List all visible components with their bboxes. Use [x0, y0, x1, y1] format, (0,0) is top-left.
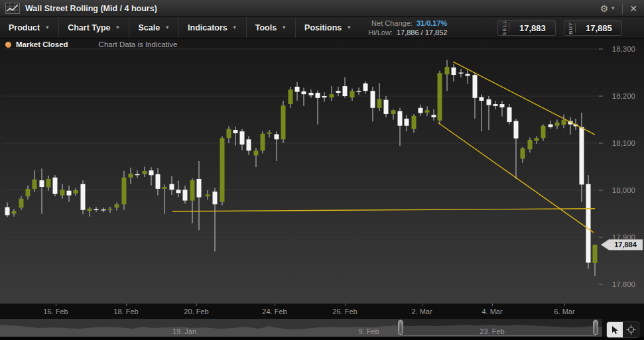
candle [391, 110, 396, 114]
candle [240, 131, 245, 144]
navigator-handle-left[interactable] [398, 320, 403, 335]
pointer-tool-group [606, 321, 639, 338]
sell-button[interactable]: SELL 17,883 [497, 20, 556, 36]
chevron-down-icon: ▼ [610, 5, 615, 11]
candle [122, 178, 127, 204]
candle [88, 209, 92, 211]
candle [295, 87, 300, 92]
candle [425, 110, 430, 113]
time-axis-label: 4. Mar [482, 308, 502, 315]
bottom-bar [0, 337, 644, 340]
time-axis-label: 18. Feb [113, 308, 138, 315]
candle [233, 130, 238, 133]
price-axis-label: 18,100 [612, 139, 635, 147]
candle [466, 74, 470, 76]
candle [350, 91, 355, 97]
candle [254, 150, 259, 155]
candle [363, 84, 368, 91]
candle [419, 108, 423, 113]
buy-button-label: BUY [568, 22, 574, 34]
candle [115, 204, 119, 207]
menu-product[interactable]: Product▼ [0, 17, 58, 38]
candle [32, 180, 37, 189]
candle [432, 115, 436, 117]
menu-label: Positions [304, 23, 342, 32]
time-axis-tick [56, 304, 56, 306]
menu-indicators[interactable]: Indicators▼ [178, 17, 246, 38]
navigator-mask-left [0, 319, 401, 337]
candle [330, 94, 334, 97]
trendline-upper-channel[interactable] [453, 62, 595, 135]
candle [81, 184, 86, 210]
menu-label: Product [9, 23, 40, 32]
candle [101, 209, 106, 210]
buy-button[interactable]: BUY 17,885 [564, 20, 622, 36]
chart-icon [5, 3, 20, 14]
menu-scale[interactable]: Scale▼ [129, 17, 178, 38]
candle [213, 192, 218, 204]
candle [12, 211, 17, 213]
candle [302, 91, 306, 94]
net-change-percent: 0.17% [426, 19, 447, 28]
crosshair-icon [626, 325, 636, 335]
candle [438, 73, 442, 121]
hilow-label: Hi/Low: [368, 28, 393, 37]
cursor-arrow-icon [611, 325, 619, 335]
candle [19, 199, 24, 207]
crosshair-tool-button[interactable] [623, 322, 639, 337]
candle [343, 86, 348, 96]
navigator-handle-right[interactable] [593, 320, 598, 335]
candle [206, 194, 210, 196]
trendline-support-line[interactable] [172, 209, 595, 211]
candle [197, 179, 202, 198]
candle [593, 245, 598, 263]
candle [60, 190, 65, 196]
price-axis-label: 18,000 [612, 186, 635, 194]
range-navigator[interactable]: 19. Jan9. Feb23. Feb [0, 319, 602, 337]
close-icon: ✕ [629, 3, 637, 14]
menu-positions[interactable]: Positions▼ [295, 17, 360, 38]
settings-button[interactable]: ⚙ ▼ [594, 0, 622, 17]
menu-tools[interactable]: Tools▼ [246, 17, 295, 38]
candle [267, 133, 272, 134]
menu-chart-type[interactable]: Chart Type▼ [58, 17, 129, 38]
menu-label: Scale [138, 23, 160, 32]
time-axis-label: 24. Feb [262, 308, 287, 315]
chart-area[interactable]: Market Closed Chart Data is Indicative 1… [0, 38, 644, 304]
time-axis-tick [564, 304, 565, 306]
candle [220, 138, 225, 202]
candle [357, 91, 361, 91]
chevron-down-icon: ▼ [346, 25, 352, 30]
candle [480, 97, 484, 101]
candle [445, 67, 450, 74]
time-axis-tick [422, 304, 422, 306]
indicative-text: Chart Data is Indicative [99, 40, 178, 48]
candle [493, 104, 498, 106]
candle [149, 170, 154, 175]
last-price-label: 17,884 [614, 241, 637, 249]
sell-button-label: SELL [502, 20, 507, 35]
time-axis-tick [345, 304, 346, 306]
market-status-text: Market Closed [16, 40, 68, 48]
hilow-value: 17,886 / 17,852 [397, 28, 447, 37]
candle [580, 127, 584, 185]
candle [336, 91, 341, 93]
candle [562, 120, 566, 125]
navigator-period-label: 9. Feb [358, 327, 379, 335]
net-change-block: Net Change: 31 / 0.17% Hi/Low: 17,886 / … [368, 17, 447, 38]
candle [322, 96, 327, 97]
candle [473, 75, 478, 98]
cursor-tool-button[interactable] [607, 322, 623, 337]
close-button[interactable]: ✕ [623, 0, 644, 17]
candle [170, 184, 174, 190]
candle [5, 207, 10, 215]
candle [487, 99, 491, 105]
net-change-label: Net Change: [371, 19, 413, 28]
price-chart[interactable]: 18,30018,20018,10018,00017,90017,80017,8… [0, 38, 644, 304]
menu-label: Tools [255, 23, 277, 32]
candle [227, 129, 231, 138]
candle [108, 209, 113, 209]
net-change-value: 31 [417, 19, 424, 28]
time-axis-tick [126, 304, 127, 306]
time-axis-tick [196, 304, 197, 306]
